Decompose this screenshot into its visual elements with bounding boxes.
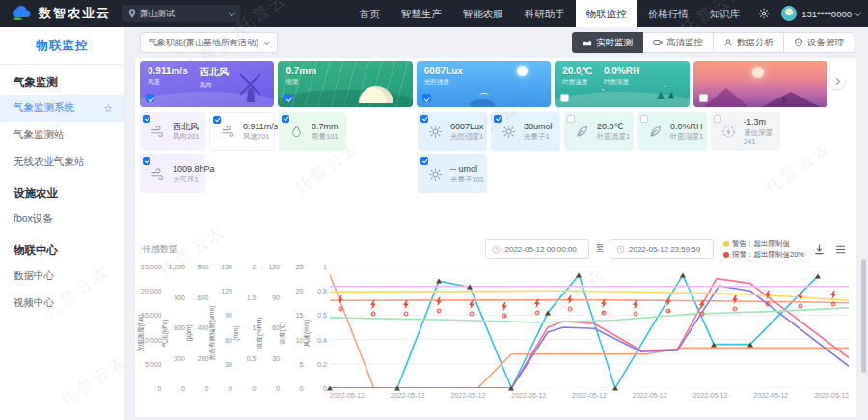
sidebar-item[interactable]: fbox设备: [0, 206, 124, 233]
chevron-right-icon: [832, 77, 839, 84]
nav-item[interactable]: 知识库: [699, 0, 751, 27]
toolbar: 气象职能(萧山基地所有活动) 实时监测高清监控数据分析设备管理: [125, 27, 868, 58]
y-axis-title: 湿度(%RH): [255, 318, 263, 350]
weather-card[interactable]: 20.0℃叶面温度0.0%RH叶面湿度: [555, 61, 689, 107]
weather-card[interactable]: 0.911m/s风速西北风风向: [140, 61, 274, 107]
nav-item[interactable]: 科研助手: [514, 0, 576, 27]
chip-checkbox[interactable]: [420, 115, 428, 123]
toolbar-button[interactable]: 数据分析: [713, 32, 784, 53]
sensor-chip[interactable]: 0.0%RH叶面湿度1: [637, 112, 707, 151]
nav-item[interactable]: 价格行情: [637, 0, 699, 27]
chip-checkbox[interactable]: [143, 115, 150, 123]
user-menu-chevron-icon[interactable]: [854, 9, 861, 15]
triangle-marker: [467, 285, 473, 290]
card-metrics: 0.911m/s风速西北风风向: [148, 66, 229, 90]
series-大气压: [330, 300, 849, 303]
sensor-chip[interactable]: 20.0℃叶面温度1: [564, 112, 634, 151]
x-axis-label: 2022-05-12: [572, 392, 607, 399]
carousel-next-button[interactable]: [829, 73, 845, 89]
sensor-chip[interactable]: 6087Lux光照强度1: [418, 112, 487, 151]
sidebar-item[interactable]: 数据中心: [0, 263, 124, 290]
chip-icon-wrap: [428, 167, 443, 182]
scrollbar-thumb[interactable]: [861, 259, 866, 373]
chip-label: 液位深度241: [744, 128, 780, 146]
sidebar-item[interactable]: 无线农业气象站: [0, 149, 124, 176]
card-checkbox[interactable]: [560, 94, 569, 102]
camera-icon: [653, 38, 663, 47]
y-axis-tick: 30: [225, 360, 232, 367]
app-title: 数智农业云: [39, 5, 111, 22]
chart-y-axes: 光照强度(lux)25,00020,00015,00010,0005,0000气…: [141, 266, 330, 388]
sensor-chip[interactable]: -- umol光量子101: [418, 154, 487, 193]
chip-label: 光量子1: [524, 132, 553, 141]
date-to-input[interactable]: 2022-05-12 23:59:59: [610, 239, 714, 259]
y-axis-tick: 25: [296, 264, 304, 270]
sidebar: 物联监控 气象监测气象监测系统☆气象监测站无线农业气象站设施农业fbox设备物联…: [0, 27, 125, 420]
droplet-icon: [289, 125, 304, 139]
chip-value: 1009.8hPa: [173, 164, 215, 175]
chip-checkbox[interactable]: [143, 157, 150, 165]
weather-card[interactable]: 0.7mm雨量: [278, 61, 412, 107]
download-button[interactable]: [813, 243, 826, 256]
card-checkbox[interactable]: [422, 94, 431, 102]
main-content: 气象职能(萧山基地所有活动) 实时监测高清监控数据分析设备管理 0.911m/s…: [125, 27, 868, 420]
y-axis-tick: 90: [272, 294, 280, 300]
card-checkbox[interactable]: [284, 94, 292, 102]
card-checkbox[interactable]: [146, 94, 154, 102]
settings-button[interactable]: [750, 0, 777, 27]
y-axis-tick: 0: [276, 385, 280, 392]
sensor-chip-row-1: 西北风风向2010.911m/s风速2010.7mm雨量1016087Lux光照…: [135, 112, 856, 151]
sensor-chip[interactable]: 1009.8hPa大气压1: [140, 154, 205, 193]
y-axis-tick: 0: [158, 385, 162, 392]
toolbar-button[interactable]: 实时监测: [572, 32, 643, 53]
chip-checkbox[interactable]: [714, 115, 721, 123]
sensor-chip[interactable]: 0.911m/s风速201: [209, 112, 275, 151]
weather-cards-row: 0.911m/s风速西北风风向0.7mm雨量6087Lux光照强度20.0℃叶面…: [140, 61, 827, 107]
x-axis-label: 2022-05-12: [391, 392, 425, 399]
chip-checkbox[interactable]: [282, 115, 289, 123]
chip-checkbox[interactable]: [420, 157, 428, 165]
y-axis-tick: 5: [300, 360, 304, 367]
sensor-chip[interactable]: 38umol光量子1: [491, 112, 560, 151]
metric-label: 叶面湿度: [604, 78, 639, 87]
weather-card[interactable]: [693, 61, 827, 107]
y-axis-tick: 15: [296, 312, 304, 319]
date-from-input[interactable]: 2022-05-12 00:00:00: [485, 239, 589, 259]
chip-icon-wrap: [289, 125, 304, 139]
toolbar-button[interactable]: 高清监控: [642, 32, 714, 53]
sidebar-item[interactable]: 视频中心: [0, 290, 124, 317]
date-to-value: 2022-05-12 23:59:59: [629, 245, 700, 254]
sidebar-item[interactable]: 气象监测系统☆: [0, 95, 124, 122]
chip-checkbox[interactable]: [640, 115, 648, 123]
y-axis-title: 光合有效辐射(umo): [207, 306, 216, 361]
chip-value: 0.0%RH: [670, 122, 703, 132]
chip-checkbox[interactable]: [213, 116, 221, 124]
sensor-chip[interactable]: -1.3m液位深度241: [711, 112, 780, 151]
star-icon[interactable]: ☆: [103, 102, 113, 115]
station-select[interactable]: 气象职能(萧山基地所有活动): [140, 32, 278, 53]
sidebar-item-label: 气象监测系统: [14, 101, 74, 115]
chip-label: 光照强度1: [450, 132, 484, 141]
location-select[interactable]: 萧山测试: [122, 5, 240, 22]
nav-item[interactable]: 智慧生产: [391, 0, 452, 27]
card-checkbox[interactable]: [699, 94, 708, 102]
toolbar-button[interactable]: 设备管理: [783, 32, 854, 53]
sun-icon: [428, 167, 443, 182]
nav-item[interactable]: 物联监控: [576, 0, 637, 27]
triangle-marker: [436, 279, 442, 284]
toolbar-button-label: 设备管理: [807, 37, 844, 49]
weather-card[interactable]: 6087Lux光照强度: [417, 61, 551, 107]
avatar[interactable]: [781, 6, 797, 21]
sun-icon: [428, 125, 443, 139]
chip-checkbox[interactable]: [494, 115, 502, 123]
list-view-button[interactable]: [834, 243, 847, 256]
chip-checkbox[interactable]: [567, 115, 575, 123]
chip-label: 大气压1: [173, 175, 215, 183]
nav-item[interactable]: 首页: [349, 0, 391, 27]
list-icon: [834, 243, 847, 256]
sidebar-item[interactable]: 气象监测站: [0, 122, 124, 149]
sensor-chip[interactable]: 0.7mm雨量101: [279, 112, 346, 151]
user-name[interactable]: 131****0000: [801, 9, 852, 19]
sensor-chip[interactable]: 西北风风向201: [140, 112, 205, 151]
nav-item[interactable]: 智能农服: [452, 0, 514, 27]
